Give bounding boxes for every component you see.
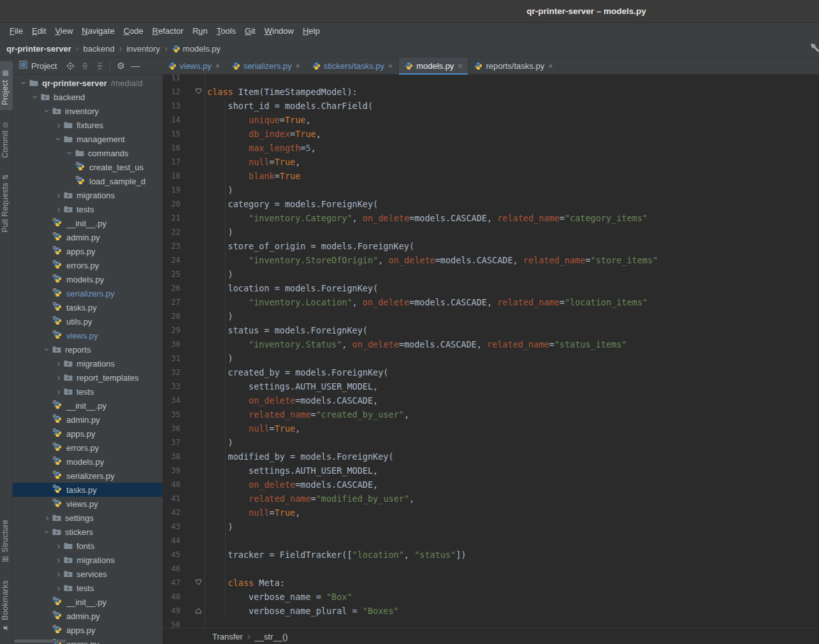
chevron-collapsed-icon[interactable]: ›	[54, 567, 64, 581]
build-hammer-icon[interactable]	[809, 42, 819, 54]
menu-item-git[interactable]: Git	[240, 23, 260, 40]
tree-row-admin.py[interactable]: admin.py	[13, 230, 163, 244]
tree-row-inventory[interactable]: ›inventory	[13, 104, 163, 118]
tree-row-errors.py[interactable]: errors.py	[13, 258, 163, 272]
code-text: category = models.ForeignKey(	[205, 197, 378, 211]
tree-row-apps.py[interactable]: apps.py	[13, 623, 163, 637]
chevron-collapsed-icon[interactable]: ›	[54, 553, 64, 567]
menu-item-window[interactable]: Window	[260, 23, 298, 40]
menu-item-file[interactable]: File	[5, 23, 27, 40]
tree-row-migrations[interactable]: ›migrations	[13, 356, 163, 370]
tool-window-button-pull-requests[interactable]: Pull Requests⇅	[0, 166, 13, 237]
tree-row-report_templates[interactable]: ›report_templates	[13, 370, 163, 384]
locate-icon[interactable]	[66, 61, 75, 70]
tab-close-icon[interactable]: ×	[296, 62, 300, 71]
tree-row-tasks.py[interactable]: tasks.py	[13, 300, 163, 314]
tree-row-load_sample_d[interactable]: load_sample_d	[13, 174, 163, 188]
tab-close-icon[interactable]: ×	[458, 62, 462, 71]
tree-row-backend[interactable]: ›backend	[13, 90, 163, 104]
tree-row-migrations[interactable]: ›migrations	[13, 553, 163, 567]
chevron-collapsed-icon[interactable]: ›	[54, 370, 64, 384]
editor-tab-views-py[interactable]: views.py×	[163, 57, 226, 75]
menu-item-navigate[interactable]: Navigate	[77, 23, 119, 40]
editor-breadcrumb-item[interactable]: __str__()	[255, 632, 288, 641]
chevron-collapsed-icon[interactable]: ›	[54, 356, 64, 370]
tree-row-apps.py[interactable]: apps.py	[13, 427, 163, 441]
tree-row-tasks.py[interactable]: tasks.py	[13, 483, 163, 497]
tree-row-__init__.py[interactable]: __init__.py	[13, 595, 163, 609]
tree-row-admin.py[interactable]: admin.py	[13, 609, 163, 623]
menu-item-edit[interactable]: Edit	[27, 23, 50, 40]
tree-row-management[interactable]: ›management	[13, 132, 163, 146]
tree-row-__init__.py[interactable]: __init__.py	[13, 216, 163, 230]
tool-window-button-structure[interactable]: ▤Structure	[0, 515, 13, 571]
editor-tab-reports-tasks-py[interactable]: reports/tasks.py×	[468, 57, 559, 75]
tree-row-serializers.py[interactable]: serializers.py	[13, 286, 163, 300]
fold-region-start-icon[interactable]	[180, 576, 205, 590]
tab-close-icon[interactable]: ×	[548, 62, 553, 71]
breadcrumb-item-inventory[interactable]: inventory	[126, 44, 160, 54]
menu-item-help[interactable]: Help	[298, 23, 324, 40]
collapse-all-icon[interactable]	[95, 61, 104, 70]
tree-row-admin.py[interactable]: admin.py	[13, 413, 163, 427]
tree-row-fonts[interactable]: ›fonts	[13, 539, 163, 553]
editor-tab-bar: views.py×serializers.py×stickers/tasks.p…	[163, 57, 819, 75]
tool-window-button-commit[interactable]: Commit⊙	[0, 114, 13, 163]
tree-row-qr-printer-server[interactable]: ›qr-printer-server/media/d	[13, 76, 163, 90]
tool-window-button-bookmarks[interactable]: ⚑Bookmarks	[0, 575, 13, 639]
chevron-collapsed-icon[interactable]: ›	[54, 539, 64, 553]
tab-close-icon[interactable]: ×	[215, 62, 220, 71]
tree-row-settings[interactable]: ›settings	[13, 511, 163, 525]
tool-window-button-project[interactable]: Project▦	[0, 61, 13, 110]
horizontal-scrollbar[interactable]	[14, 640, 66, 643]
hide-panel-icon[interactable]: —	[131, 61, 140, 70]
code-editor[interactable]: 1112class Item(TimeStampedModel):13 shor…	[163, 75, 819, 628]
tree-row-tests[interactable]: ›tests	[13, 202, 163, 216]
breadcrumb-item-models.py[interactable]: models.py	[183, 44, 221, 54]
tree-row-apps.py[interactable]: apps.py	[13, 244, 163, 258]
breadcrumb-item-qr-printer-server[interactable]: qr-printer-server	[6, 44, 71, 54]
chevron-collapsed-icon[interactable]: ›	[54, 118, 64, 132]
tree-row-fixtures[interactable]: ›fixtures	[13, 118, 163, 132]
tree-row-reports[interactable]: ›reports	[13, 342, 163, 356]
tree-row-views.py[interactable]: views.py	[13, 497, 163, 511]
fold-gutter	[180, 113, 205, 127]
tab-close-icon[interactable]: ×	[388, 62, 393, 71]
tree-row-migrations[interactable]: ›migrations	[13, 188, 163, 202]
menu-item-code[interactable]: Code	[119, 23, 148, 40]
editor-breadcrumb-item[interactable]: Transfer	[212, 632, 243, 641]
chevron-collapsed-icon[interactable]: ›	[42, 511, 52, 525]
settings-gear-icon[interactable]: ⚙	[116, 61, 125, 70]
tree-row-create_test_us[interactable]: create_test_us	[13, 160, 163, 174]
code-text: on_delete=models.CASCADE,	[205, 478, 378, 492]
tree-row-models.py[interactable]: models.py	[13, 455, 163, 469]
expand-all-icon[interactable]	[80, 61, 89, 70]
chevron-collapsed-icon[interactable]: ›	[54, 581, 64, 595]
menu-item-view[interactable]: View	[50, 23, 77, 40]
package-folder-icon	[64, 374, 75, 381]
tree-row-serializers.py[interactable]: serializers.py	[13, 469, 163, 483]
tree-row-tests[interactable]: ›tests	[13, 581, 163, 595]
breadcrumb-item-backend[interactable]: backend	[83, 44, 115, 54]
tree-row-__init__.py[interactable]: __init__.py	[13, 399, 163, 413]
menu-item-run[interactable]: Run	[188, 23, 212, 40]
tree-row-models.py[interactable]: models.py	[13, 272, 163, 286]
tree-row-tests[interactable]: ›tests	[13, 384, 163, 399]
tree-row-utils.py[interactable]: utils.py	[13, 314, 163, 328]
menu-item-refactor[interactable]: Refactor	[148, 23, 188, 40]
chevron-collapsed-icon[interactable]: ›	[54, 188, 64, 202]
chevron-collapsed-icon[interactable]: ›	[54, 202, 64, 216]
code-line-46: 46	[163, 562, 819, 576]
fold-region-end-icon[interactable]	[180, 604, 205, 618]
chevron-collapsed-icon[interactable]: ›	[54, 384, 64, 399]
tree-row-views.py[interactable]: views.py	[13, 328, 163, 342]
tree-row-commands[interactable]: ›commands	[13, 146, 163, 160]
fold-region-start-icon[interactable]	[180, 85, 205, 99]
editor-tab-stickers-tasks-py[interactable]: stickers/tasks.py×	[307, 57, 399, 75]
editor-tab-serializers-py[interactable]: serializers.py×	[226, 57, 307, 75]
menu-item-tools[interactable]: Tools	[212, 23, 240, 40]
editor-tab-models-py[interactable]: models.py×	[399, 57, 468, 75]
tree-row-errors.py[interactable]: errors.py	[13, 441, 163, 455]
tree-row-stickers[interactable]: ›stickers	[13, 525, 163, 539]
tree-row-services[interactable]: ›services	[13, 567, 163, 581]
